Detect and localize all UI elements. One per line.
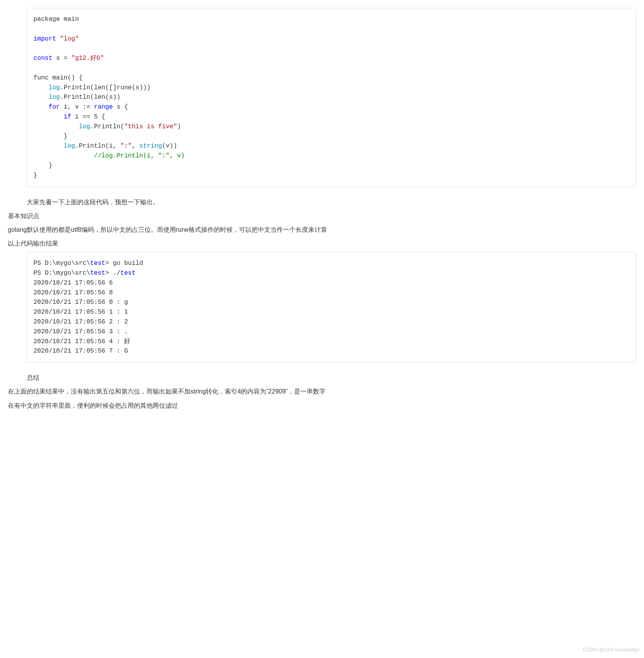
code-block-source: package main import "log" const s = "g12… — [27, 8, 636, 187]
paragraph-knowledge: golang默认使用的都是utf8编码，所以中文的占三位。而使用rune格式操作… — [8, 224, 636, 235]
paragraph-summary2: 在有中文的字符串里面，便利的时候会把占用的其他两位滤过 — [8, 400, 636, 411]
paragraph-summary1: 在上面的结果结果中，没有输出第五位和第六位，而输出如果不加string转化，索引… — [8, 386, 636, 397]
heading-knowledge: 基本知识点 — [8, 211, 636, 221]
code-block-output: PS D:\mygo\src\test> go build PS D:\mygo… — [27, 252, 636, 363]
heading-summary: 总结 — [27, 372, 636, 383]
heading-output: 以上代码输出结果 — [8, 238, 636, 249]
paragraph-intro: 大家先看一下上面的这段代码，预想一下输出。 — [27, 197, 636, 207]
